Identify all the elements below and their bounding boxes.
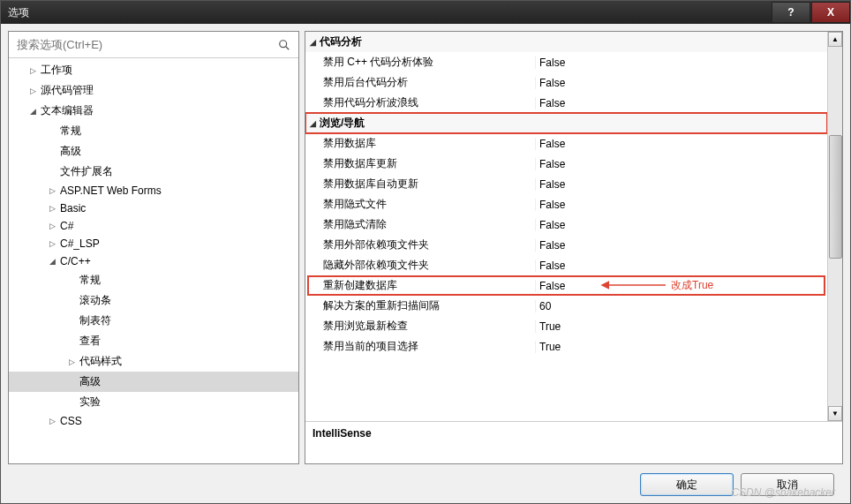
triangle-right-icon[interactable]: ▷ (46, 222, 58, 230)
panels: ▷工作项▷源代码管理◢文本编辑器常规高级文件扩展名▷ASP.NET Web Fo… (8, 31, 843, 464)
tree-item[interactable]: 常规 (9, 270, 298, 290)
property-value[interactable]: False (535, 158, 827, 170)
property-name: 禁用当前的项目选择 (305, 339, 535, 354)
tree-item[interactable]: ▷ASP.NET Web Forms (9, 182, 298, 199)
close-button[interactable]: X (811, 2, 850, 23)
grid-category[interactable]: ◢浏览/导航 (305, 113, 827, 133)
tree-item[interactable]: 实验 (9, 392, 298, 412)
tree-item[interactable]: ◢C/C++ (9, 252, 298, 270)
grid-property[interactable]: 解决方案的重新扫描间隔60 (305, 296, 827, 316)
description-title: IntelliSense (313, 427, 835, 440)
triangle-down-icon[interactable]: ◢ (26, 107, 39, 116)
category-label: 浏览/导航 (320, 116, 827, 131)
ok-button[interactable]: 确定 (640, 473, 734, 496)
property-name: 重新创建数据库 (305, 278, 535, 293)
property-name: 禁用 C++ 代码分析体验 (305, 55, 535, 70)
triangle-right-icon[interactable]: ▷ (46, 239, 58, 248)
tree-item-label: 文本编辑器 (39, 102, 95, 119)
tree-item-label: 高级 (78, 373, 102, 390)
tree-item[interactable]: ▷CSS (9, 412, 298, 430)
tree-item[interactable]: 常规 (9, 121, 298, 141)
property-value[interactable]: False (535, 260, 827, 272)
triangle-right-icon[interactable]: ▷ (46, 186, 58, 195)
grid-property[interactable]: 禁用 C++ 代码分析体验False (305, 52, 827, 72)
grid-category[interactable]: ◢代码分析 (305, 32, 827, 52)
property-value[interactable]: False (535, 56, 827, 69)
options-dialog: 选项 ? X ▷工作项▷源代码管理◢文本编辑器常规高级文件扩展名▷ASP.NET… (0, 0, 851, 504)
grid-property[interactable]: 禁用数据库自动更新False (305, 174, 827, 194)
tree-item-label: ASP.NET Web Forms (58, 184, 163, 198)
grid-property[interactable]: 禁用隐式文件False (305, 194, 827, 214)
triangle-right-icon[interactable]: ▷ (46, 417, 58, 425)
tree-item-label: 常规 (78, 272, 102, 289)
grid-property[interactable]: 禁用当前的项目选择True (305, 336, 827, 357)
grid-property[interactable]: 禁用代码分析波浪线False (305, 93, 827, 113)
triangle-right-icon[interactable]: ▷ (26, 66, 39, 75)
tree-item[interactable]: 制表符 (9, 311, 298, 331)
tree-item-label: 工作项 (39, 62, 74, 79)
description-panel: IntelliSense (305, 421, 842, 463)
property-name: 隐藏外部依赖项文件夹 (305, 258, 535, 273)
property-name: 禁用隐式清除 (305, 217, 535, 232)
property-value[interactable]: False (535, 97, 827, 109)
tree-item-label: 常规 (58, 123, 83, 139)
property-value[interactable]: False (535, 239, 827, 252)
scrollbar-thumb[interactable] (829, 135, 842, 259)
tree-item[interactable]: 高级 (9, 372, 298, 392)
tree-item[interactable]: ▷代码样式 (9, 351, 298, 372)
tree-item[interactable]: ▷C# (9, 217, 298, 235)
tree-item-label: 高级 (58, 143, 83, 160)
tree-item[interactable]: ▷工作项 (9, 60, 298, 80)
property-value[interactable]: False (535, 178, 827, 191)
window-title: 选项 (8, 5, 771, 20)
scroll-down-icon[interactable]: ▼ (828, 406, 842, 421)
property-value[interactable]: False (535, 199, 827, 211)
property-grid[interactable]: ◢代码分析禁用 C++ 代码分析体验False禁用后台代码分析False禁用代码… (305, 32, 827, 421)
tree-item[interactable]: 文件扩展名 (9, 162, 298, 182)
tree-item-label: Basic (58, 201, 87, 215)
property-value[interactable]: False (535, 280, 827, 292)
tree-item[interactable]: 滚动条 (9, 290, 298, 311)
tree-item[interactable]: ◢文本编辑器 (9, 101, 298, 121)
grid-property[interactable]: 禁用隐式清除False (305, 214, 827, 235)
property-value[interactable]: False (535, 138, 827, 150)
property-value[interactable]: True (535, 320, 827, 333)
triangle-right-icon[interactable]: ▷ (26, 87, 39, 95)
grid-property[interactable]: 禁用数据库False (305, 133, 827, 154)
collapse-icon[interactable]: ◢ (305, 119, 320, 128)
grid-property[interactable]: 禁用浏览最新检查True (305, 316, 827, 336)
left-panel: ▷工作项▷源代码管理◢文本编辑器常规高级文件扩展名▷ASP.NET Web Fo… (8, 31, 299, 464)
scroll-up-icon[interactable]: ▲ (828, 32, 842, 47)
watermark: CSDN @snakehacker (731, 486, 835, 499)
tree-item[interactable]: 高级 (9, 141, 298, 162)
triangle-right-icon[interactable]: ▷ (65, 357, 78, 366)
tree-item[interactable]: 查看 (9, 331, 298, 351)
scrollbar[interactable]: ▲ ▼ (827, 32, 842, 421)
grid-property[interactable]: 禁用后台代码分析False (305, 72, 827, 93)
property-value[interactable]: False (535, 219, 827, 231)
property-value[interactable]: 60 (535, 300, 827, 312)
search-input[interactable] (11, 34, 273, 55)
property-name: 禁用代码分析波浪线 (305, 95, 535, 110)
grid-property[interactable]: 禁用外部依赖项文件夹False (305, 235, 827, 255)
tree-item[interactable]: ▷Basic (9, 199, 298, 217)
help-button[interactable]: ? (772, 2, 810, 23)
triangle-down-icon[interactable]: ◢ (46, 257, 58, 266)
tree-item-label: 文件扩展名 (58, 163, 115, 180)
tree-item[interactable]: ▷C#_LSP (9, 235, 298, 252)
property-value[interactable]: True (535, 341, 827, 353)
property-value[interactable]: False (535, 77, 827, 89)
search-icon[interactable] (273, 34, 296, 55)
triangle-right-icon[interactable]: ▷ (46, 204, 58, 213)
grid-property[interactable]: 隐藏外部依赖项文件夹False (305, 255, 827, 275)
property-name: 禁用数据库自动更新 (305, 177, 535, 192)
nav-tree[interactable]: ▷工作项▷源代码管理◢文本编辑器常规高级文件扩展名▷ASP.NET Web Fo… (9, 58, 298, 463)
tree-item-label: 源代码管理 (39, 82, 95, 99)
tree-item-label: C#_LSP (58, 237, 102, 251)
property-name: 禁用数据库更新 (305, 156, 535, 171)
grid-property[interactable]: 重新创建数据库False (305, 275, 827, 296)
tree-item-label: C/C++ (58, 254, 93, 268)
collapse-icon[interactable]: ◢ (305, 38, 320, 47)
tree-item[interactable]: ▷源代码管理 (9, 80, 298, 101)
grid-property[interactable]: 禁用数据库更新False (305, 154, 827, 174)
